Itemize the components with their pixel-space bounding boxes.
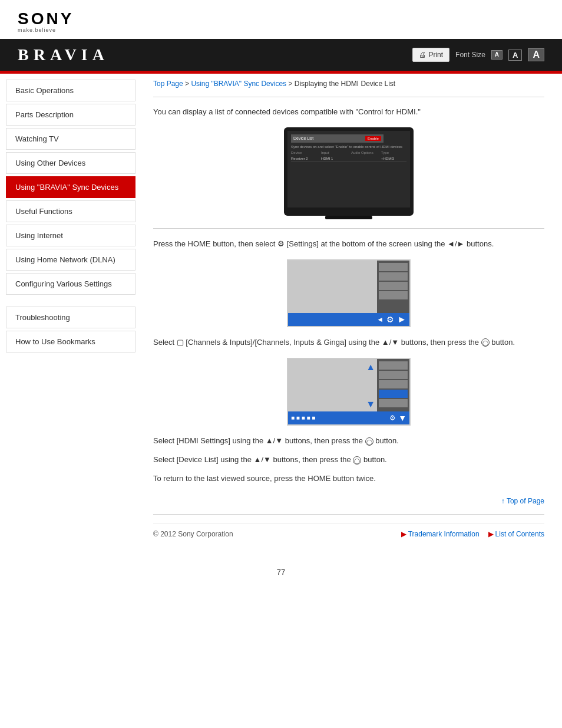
- footer-divider: [153, 514, 544, 515]
- top-of-page-container: ↑ Top of Page: [153, 497, 544, 505]
- sidebar-item-troubleshooting[interactable]: Troubleshooting: [6, 307, 135, 328]
- settings-row-3: [379, 282, 408, 290]
- settings-gear-icon: ⚙: [386, 315, 394, 324]
- tv-title: Device List: [293, 136, 313, 140]
- trademark-arrow-icon: ▶: [401, 530, 406, 538]
- content-area: Top Page > Using "BRAVIA" Sync Devices >…: [141, 74, 562, 562]
- banner-controls: 🖨 Print Font Size A A A: [412, 48, 544, 62]
- contents-arrow-icon: ▶: [488, 530, 494, 538]
- sidebar-item-home-network[interactable]: Using Home Network (DLNA): [6, 249, 135, 271]
- sidebar-item-bravia-sync[interactable]: Using "BRAVIA" Sync Devices: [6, 176, 135, 198]
- intro-text: You can display a list of connected devi…: [153, 106, 544, 118]
- step4-text: Select [Device List] using the ▲/▼ butto…: [153, 453, 544, 466]
- tv-stand: [337, 207, 361, 212]
- step3-text: Select [HDMI Settings] using the ▲/▼ but…: [153, 434, 544, 447]
- channel-row-1: [379, 361, 408, 370]
- circle-button-icon2: ◯: [365, 437, 373, 446]
- bottom-squares: ■ ■ ■ ■ ■: [291, 414, 315, 421]
- settings-mockup: ◄ ⚙ ►: [153, 259, 544, 327]
- list-of-contents-link[interactable]: ▶ List of Contents: [488, 530, 544, 538]
- font-small-button[interactable]: A: [491, 50, 503, 60]
- top-divider: [153, 97, 544, 97]
- circle-button-icon3: ◯: [353, 456, 361, 465]
- page-number: 77: [0, 562, 562, 582]
- sony-tagline: make.believe: [18, 27, 56, 33]
- return-text: To return to the last viewed source, pre…: [153, 472, 544, 485]
- settings-bottom-bar: ◄ ⚙ ►: [288, 313, 409, 326]
- tv-table-row: Receiver 2 HDMI 1 +HDMI3: [291, 156, 406, 162]
- channel-mockup: ■ ■ ■ ■ ■ ⚙ ▼ ▲ ▼: [153, 358, 544, 426]
- breadcrumb-sync-devices[interactable]: Using "BRAVIA" Sync Devices: [191, 80, 286, 88]
- channel-row-3: [379, 380, 408, 388]
- copyright: © 2012 Sony Corporation: [153, 530, 233, 538]
- tv-screen: Device List Enable Sync devices on and s…: [287, 131, 410, 207]
- mid-divider1: [153, 228, 544, 229]
- settings-frame: ◄ ⚙ ►: [287, 259, 411, 327]
- font-size-label: Font Size: [455, 51, 485, 59]
- tv-enable-btn: Enable: [365, 136, 381, 141]
- top-of-page-link[interactable]: Top of Page: [507, 497, 544, 505]
- channel-frame: ■ ■ ■ ■ ■ ⚙ ▼ ▲ ▼: [287, 358, 411, 426]
- sidebar: Basic Operations Parts Description Watch…: [0, 74, 141, 562]
- sidebar-item-watching-tv[interactable]: Watching TV: [6, 128, 135, 150]
- main-layout: Basic Operations Parts Description Watch…: [0, 74, 562, 562]
- breadcrumb-top-page[interactable]: Top Page: [153, 80, 183, 88]
- settings-row-1: [379, 263, 408, 271]
- step2-text: Select ▢ [Channels & Inputs]/[Channels, …: [153, 336, 544, 349]
- arrow-right-icon: ►: [397, 314, 406, 325]
- footer: © 2012 Sony Corporation ▶ Trademark Info…: [153, 523, 544, 544]
- font-medium-button[interactable]: A: [508, 50, 522, 61]
- channel-row-5: [379, 399, 408, 407]
- sidebar-item-using-internet[interactable]: Using Internet: [6, 225, 135, 246]
- bravia-banner: BRAVIA 🖨 Print Font Size A A A: [0, 39, 562, 71]
- breadcrumb-sep2: >: [286, 80, 295, 88]
- tv-base: [325, 216, 372, 219]
- channels-icon-inline: ▢: [177, 338, 184, 347]
- font-large-button[interactable]: A: [528, 48, 544, 61]
- settings-icon-inline: ⚙: [277, 239, 285, 248]
- footer-links: ▶ Trademark Information ▶ List of Conten…: [401, 530, 544, 538]
- tv-mockup: Device List Enable Sync devices on and s…: [153, 127, 544, 219]
- channel-bottom-bar: ■ ■ ■ ■ ■ ⚙ ▼: [288, 411, 409, 424]
- sony-logo-text: SONY: [18, 11, 74, 27]
- down-arrow-indicator: ▼: [366, 399, 375, 410]
- sidebar-divider: [0, 297, 141, 307]
- settings-row-2: [379, 272, 408, 281]
- arrow-left-icon: ◄: [376, 315, 384, 324]
- breadcrumb-sep1: >: [183, 80, 191, 88]
- sidebar-item-basic-operations[interactable]: Basic Operations: [6, 80, 135, 101]
- circle-button-icon: ◯: [481, 338, 490, 347]
- print-button[interactable]: 🖨 Print: [412, 48, 449, 62]
- breadcrumb-current: Displaying the HDMI Device List: [295, 80, 395, 88]
- sidebar-item-useful-functions[interactable]: Useful Functions: [6, 200, 135, 222]
- sony-logo: SONY make.believe: [18, 11, 544, 33]
- step1-text: Press the HOME button, then select ⚙ [Se…: [153, 238, 544, 251]
- sony-header: SONY make.believe: [0, 0, 562, 39]
- tv-table-header: Device Input Audio Options Type: [291, 150, 406, 156]
- bottom-down-arrow: ▼: [398, 413, 406, 423]
- tv-frame: Device List Enable Sync devices on and s…: [284, 127, 414, 216]
- bottom-settings-icon: ⚙: [389, 414, 396, 422]
- up-arrow-indicator: ▲: [366, 362, 375, 373]
- breadcrumb: Top Page > Using "BRAVIA" Sync Devices >…: [153, 80, 544, 88]
- sidebar-item-bookmarks[interactable]: How to Use Bookmarks: [6, 331, 135, 353]
- sidebar-item-configuring-settings[interactable]: Configuring Various Settings: [6, 273, 135, 295]
- settings-row-4: [379, 291, 408, 299]
- sidebar-item-using-other-devices[interactable]: Using Other Devices: [6, 152, 135, 174]
- print-icon: 🖨: [419, 51, 426, 59]
- tv-instruction: Sync devices on and select "Enable" to e…: [291, 145, 406, 149]
- bravia-title: BRAVIA: [18, 45, 109, 64]
- trademark-info-link[interactable]: ▶ Trademark Information: [401, 530, 480, 538]
- up-arrow-icon: ↑: [501, 497, 505, 505]
- sidebar-item-parts-description[interactable]: Parts Description: [6, 104, 135, 126]
- channel-row-selected: [379, 390, 408, 398]
- channel-row-2: [379, 371, 408, 379]
